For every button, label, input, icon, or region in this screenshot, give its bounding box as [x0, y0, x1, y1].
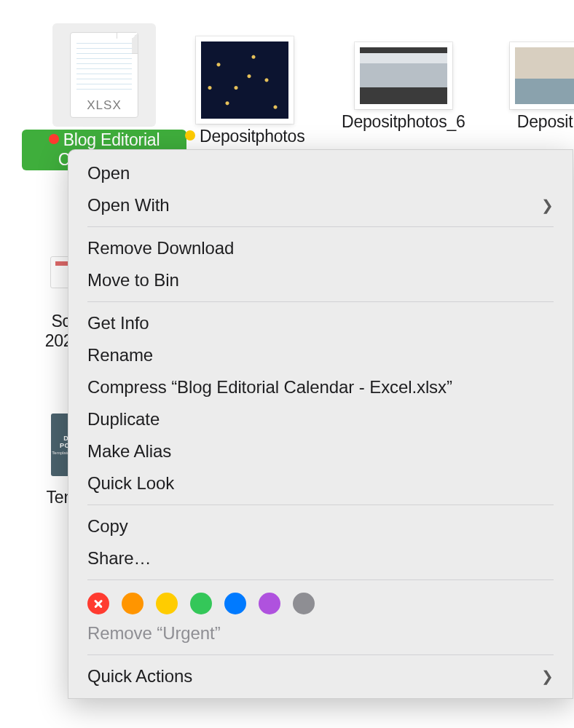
file-thumbnail: XLSX [52, 23, 156, 127]
menu-compress[interactable]: Compress “Blog Editorial Calendar - Exce… [68, 371, 573, 403]
tag-green[interactable] [190, 593, 212, 614]
menu-separator [87, 505, 554, 505]
file-thumbnail [196, 36, 294, 124]
menu-separator [87, 654, 554, 655]
file-thumbnail [355, 42, 452, 109]
menu-share[interactable]: Share… [68, 542, 573, 574]
file-thumbnail [510, 42, 574, 109]
tag-purple[interactable] [259, 593, 280, 614]
file-item-selected[interactable]: XLSX Blog Editorial Calendar - E [22, 23, 186, 170]
menu-separator [87, 579, 554, 580]
menu-rename[interactable]: Rename [68, 339, 573, 371]
menu-separator [87, 226, 554, 227]
file-name-text: Depositphotos [200, 127, 304, 146]
tag-yellow[interactable] [156, 593, 178, 614]
menu-duplicate[interactable]: Duplicate [68, 403, 573, 435]
tag-orange[interactable] [122, 593, 144, 614]
tag-dot-icon [185, 130, 195, 141]
tag-dot-icon [49, 134, 59, 144]
menu-open-with[interactable]: Open With ❯ [68, 189, 573, 221]
menu-remove-download[interactable]: Remove Download [68, 232, 573, 264]
menu-quick-look[interactable]: Quick Look [68, 467, 573, 499]
file-item[interactable]: Depositphotos_6 [342, 42, 465, 132]
file-item[interactable]: Depositphotos [185, 36, 304, 146]
tag-gray[interactable] [293, 593, 315, 614]
file-type-badge: XLSX [71, 98, 138, 113]
file-label: Depositphotos [185, 127, 304, 146]
file-label: Depositphotos_6 [342, 112, 465, 132]
file-label: Depositpho [517, 112, 574, 132]
menu-make-alias[interactable]: Make Alias [68, 435, 573, 467]
menu-copy[interactable]: Copy [68, 510, 573, 542]
menu-open[interactable]: Open [68, 157, 573, 189]
menu-remove-tag[interactable]: Remove “Urgent” [68, 617, 573, 649]
menu-separator [87, 301, 554, 302]
tag-red-remove[interactable] [87, 593, 109, 614]
chevron-right-icon: ❯ [541, 197, 554, 214]
context-menu: Open Open With ❯ Remove Download Move to… [68, 149, 573, 699]
tag-picker [68, 585, 573, 617]
chevron-right-icon: ❯ [541, 668, 554, 685]
menu-move-to-bin[interactable]: Move to Bin [68, 264, 573, 296]
xlsx-document-icon: XLSX [70, 32, 138, 118]
menu-get-info[interactable]: Get Info [68, 307, 573, 339]
file-item[interactable]: Depositpho [510, 42, 574, 132]
tag-blue[interactable] [224, 593, 246, 614]
menu-quick-actions[interactable]: Quick Actions ❯ [68, 660, 573, 698]
